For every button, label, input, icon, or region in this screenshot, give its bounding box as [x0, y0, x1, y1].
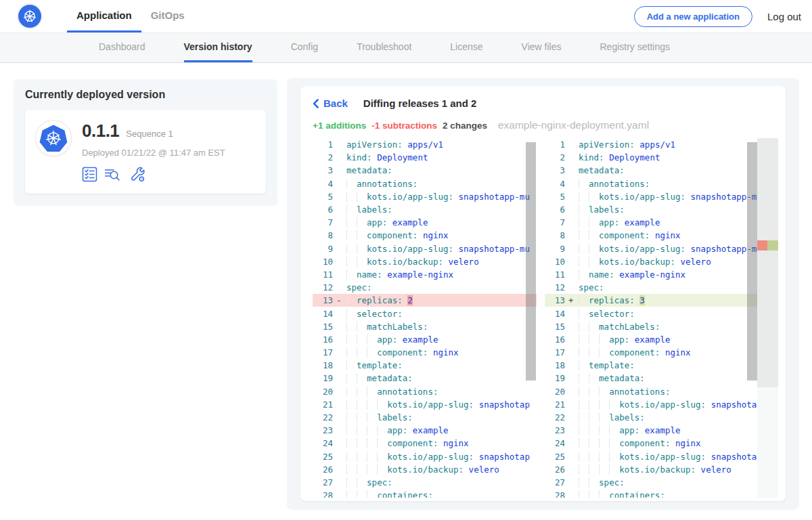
subnav-item-config[interactable]: Config: [291, 33, 318, 62]
subnav-item-troubleshoot[interactable]: Troubleshoot: [357, 33, 411, 62]
preflight-checklist-icon[interactable]: [82, 167, 97, 182]
code-line: 9kots.io/app-slug: snapshotapp-mu: [313, 242, 537, 255]
code-line: 8component: nginx: [313, 229, 537, 242]
code-line: 2kind: Deployment: [313, 151, 537, 164]
indent-guide: [589, 257, 599, 267]
code-line: 2kind: Deployment: [545, 151, 778, 164]
code-line: 13+replicas: 3: [545, 294, 778, 307]
indent-guide: [579, 244, 589, 254]
back-button[interactable]: Back: [313, 98, 348, 109]
indent-guide: [579, 360, 589, 370]
deployed-timestamp: Deployed 01/21/22 @ 11:47 am EST: [82, 148, 225, 158]
line-number: 14: [313, 309, 333, 319]
line-number: 2: [545, 152, 565, 162]
code-line: 18template:: [545, 359, 778, 372]
scrollbar-thumb[interactable]: [747, 142, 757, 381]
line-number: 17: [545, 347, 565, 358]
logout-button[interactable]: Log out: [767, 11, 801, 22]
subnav-item-registry-settings[interactable]: Registry settings: [600, 33, 669, 62]
indent-guide: [589, 322, 599, 332]
line-number: 10: [545, 257, 565, 267]
indent-guide: [346, 204, 357, 215]
code-line: 12spec:: [545, 281, 778, 294]
code-line: 15matchLabels:: [313, 320, 537, 333]
indent-guide: [346, 334, 357, 345]
code-line: 17component: nginx: [313, 346, 537, 359]
diff-panel: Back Diffing releases 1 and 2 +1 additio…: [287, 78, 799, 510]
indent-guide: [589, 477, 599, 488]
line-number: 7: [313, 217, 333, 228]
subnav-item-view-files[interactable]: View files: [522, 33, 562, 62]
minimap[interactable]: [757, 138, 778, 387]
indent-guide: [579, 257, 589, 267]
tab-gitops[interactable]: GitOps: [141, 0, 194, 32]
line-number: 26: [545, 464, 565, 475]
additions-count: +1 additions: [313, 121, 366, 131]
indent-guide: [589, 425, 599, 435]
line-number: 11: [545, 269, 565, 280]
line-number: 2: [313, 152, 333, 162]
code-line: 24component: nginx: [313, 437, 537, 450]
indent-guide: [377, 452, 387, 462]
line-number: 18: [545, 360, 565, 370]
minimap-del-mark: [757, 240, 767, 251]
subnav-item-license[interactable]: License: [450, 33, 482, 62]
code-line: 13-replicas: 2: [313, 294, 537, 307]
code-line: 26kots.io/backup: velero: [313, 463, 537, 476]
indent-guide: [589, 244, 599, 254]
code-line: 27spec:: [313, 476, 537, 489]
code-line: 3metadata:: [545, 164, 778, 177]
line-number: 14: [545, 309, 565, 319]
indent-guide: [589, 230, 599, 240]
code-line: 20annotations:: [313, 385, 537, 398]
scrollbar-thumb[interactable]: [526, 142, 536, 381]
line-number: 28: [313, 490, 333, 498]
add-application-button[interactable]: Add a new application: [634, 6, 752, 27]
code-line: 5kots.io/app-slug: snapshotapp-mu: [313, 190, 537, 203]
indent-guide: [599, 387, 609, 397]
diff-pane-divider: [537, 138, 545, 498]
indent-guide: [367, 334, 377, 345]
indent-guide: [377, 464, 387, 475]
indent-guide: [579, 309, 589, 319]
code-line: 28containers:: [545, 489, 778, 498]
indent-guide: [377, 399, 387, 410]
top-nav-right: Add a new application Log out: [634, 0, 812, 32]
indent-guide: [357, 399, 367, 410]
code-line: 25kots.io/app-slug: snapshotap: [545, 450, 778, 463]
indent-guide: [346, 464, 357, 475]
version-action-icons: [82, 166, 225, 183]
line-number: 15: [313, 322, 333, 332]
indent-guide: [346, 295, 357, 305]
subnav-item-dashboard[interactable]: Dashboard: [99, 33, 145, 62]
line-number: 16: [313, 334, 333, 345]
indent-guide: [589, 334, 599, 345]
code-line: 4annotations:: [313, 177, 537, 190]
indent-guide: [589, 347, 599, 358]
tab-application[interactable]: Application: [67, 0, 141, 32]
indent-guide: [346, 452, 357, 462]
indent-guide: [377, 425, 387, 435]
subnav-item-version-history[interactable]: Version history: [184, 33, 252, 62]
indent-guide: [346, 230, 357, 240]
indent-guide: [609, 464, 619, 475]
code-line: 6labels:: [545, 203, 778, 216]
view-files-search-icon[interactable]: [104, 167, 122, 182]
line-number: 13: [313, 295, 333, 305]
line-number: 17: [313, 347, 333, 358]
line-number: 22: [313, 412, 333, 422]
indent-guide: [346, 269, 357, 280]
code-lines-original: 1apiVersion: apps/v12kind: Deployment3me…: [313, 138, 537, 498]
indent-guide: [357, 438, 367, 448]
changes-count: 2 changes: [443, 121, 487, 131]
app-kubernetes-badge-icon: [36, 121, 71, 156]
indent-guide: [357, 425, 367, 435]
code-line: 7app: example: [545, 216, 778, 229]
indent-guide: [599, 347, 609, 358]
code-line: 4annotations:: [545, 177, 778, 190]
line-number: 28: [545, 490, 565, 498]
line-number: 25: [313, 452, 333, 462]
line-number: 1: [545, 139, 565, 150]
configure-wrench-gear-icon[interactable]: [129, 166, 146, 183]
indent-guide: [357, 244, 367, 254]
